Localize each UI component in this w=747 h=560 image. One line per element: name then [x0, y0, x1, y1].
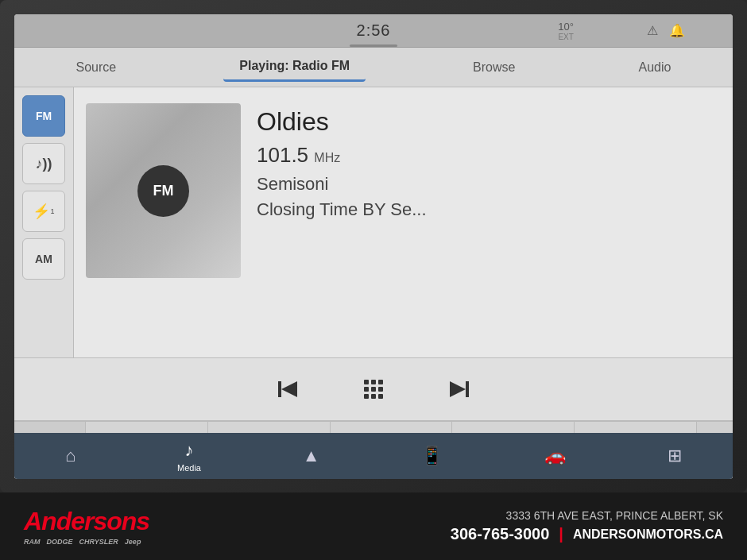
status-bar: 2:56 10° EXT ⚠ 🔔	[14, 14, 733, 48]
dealer-brands: RAM DODGE CHRYSLER Jeep	[24, 538, 141, 546]
vehicle-icon: 🚗	[544, 446, 566, 466]
svg-marker-1	[281, 381, 297, 397]
main-content: FM ♪)) ⚡ 1 AM FM Oldies	[14, 87, 733, 357]
svg-marker-3	[450, 381, 466, 397]
track-info: Oldies 101.5 MHz Semisoni Closing Time B…	[257, 87, 733, 357]
dealer-divider: |	[559, 525, 563, 543]
source-sidebar: FM ♪)) ⚡ 1 AM	[14, 87, 74, 357]
status-bar-line	[350, 44, 397, 47]
track-frequency: 101.5 MHz	[257, 143, 717, 168]
device-bezel: 2:56 10° EXT ⚠ 🔔 Source Playing: Radio F…	[0, 0, 747, 492]
grid-icon	[364, 380, 383, 399]
music-icon: ♪	[185, 440, 194, 461]
nav-playing[interactable]: Playing: Radio FM	[223, 52, 366, 82]
next-button[interactable]	[447, 377, 472, 402]
nav-source[interactable]: Source	[60, 54, 133, 81]
status-icons: ⚠ 🔔	[647, 23, 685, 38]
source-am-button[interactable]: AM	[22, 238, 65, 280]
bottom-nav-home[interactable]: ⌂	[65, 446, 75, 466]
svg-rect-0	[278, 381, 281, 397]
status-temp: 10° EXT	[558, 21, 574, 41]
dealer-website: ANDERSONMOTORS.CA	[573, 527, 723, 542]
bottom-nav-vehicle[interactable]: 🚗	[544, 446, 566, 466]
dealer-phone: 306-765-3000	[451, 525, 550, 543]
prev-button[interactable]	[275, 377, 300, 402]
bottom-nav-up[interactable]: ▲	[303, 446, 320, 466]
track-song: Closing Time BY Se...	[257, 199, 717, 220]
bottom-nav: ⌂ ♪ Media ▲ 📱 🚗 ⊞	[14, 433, 733, 479]
nav-audio[interactable]: Audio	[623, 54, 687, 81]
source-fm-button[interactable]: FM	[22, 95, 65, 137]
album-art-label: FM	[137, 165, 189, 217]
status-time: 2:56	[357, 21, 391, 40]
bottom-nav-media[interactable]: ♪ Media	[177, 440, 201, 473]
dealer-footer: Andersons RAM DODGE CHRYSLER Jeep 3333 6…	[0, 492, 747, 560]
source-usb-button[interactable]: ⚡ 1	[22, 191, 65, 232]
dealer-address: 3333 6TH AVE EAST, PRINCE ALBERT, SK	[451, 509, 723, 522]
dealer-logo: Andersons RAM DODGE CHRYSLER Jeep	[24, 507, 149, 546]
nav-bar: Source Playing: Radio FM Browse Audio	[14, 48, 733, 87]
track-artist: Semisoni	[257, 174, 717, 195]
phone-icon: 📱	[421, 446, 443, 466]
home-icon: ⌂	[65, 446, 75, 466]
source-media-button[interactable]: ♪))	[22, 143, 65, 184]
up-arrow-icon: ▲	[303, 446, 320, 466]
bottom-nav-apps[interactable]: ⊞	[668, 446, 682, 466]
nav-browse[interactable]: Browse	[457, 54, 531, 81]
album-art: FM	[86, 103, 241, 278]
svg-rect-2	[466, 381, 469, 397]
track-title: Oldies	[257, 107, 717, 137]
bottom-nav-phone[interactable]: 📱	[421, 446, 443, 466]
controls-bar	[14, 357, 733, 421]
apps-icon: ⊞	[668, 446, 682, 466]
dealer-name: Andersons	[24, 507, 149, 536]
grid-button[interactable]	[364, 380, 383, 399]
alert-icon: ⚠	[647, 23, 658, 38]
dealer-contact: 3333 6TH AVE EAST, PRINCE ALBERT, SK 306…	[451, 509, 723, 543]
bell-icon: 🔔	[669, 23, 685, 38]
screen: 2:56 10° EXT ⚠ 🔔 Source Playing: Radio F…	[14, 14, 733, 479]
